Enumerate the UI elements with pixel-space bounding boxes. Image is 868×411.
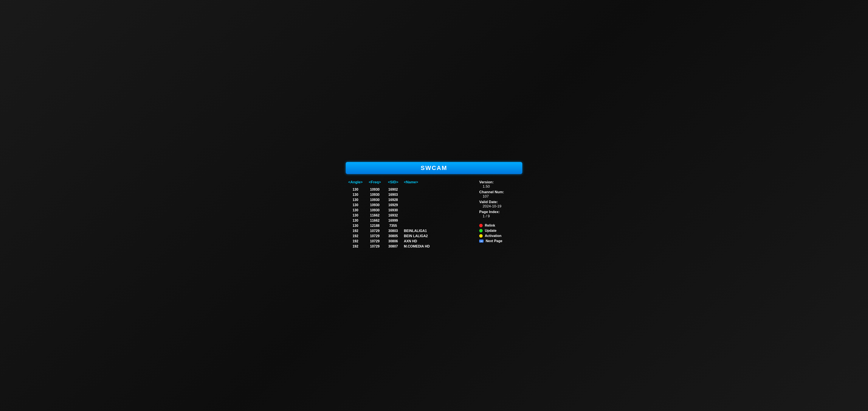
red-dot-icon: [479, 224, 483, 227]
version-label: Version:: [479, 180, 522, 184]
header-angle: <Angle>: [346, 180, 365, 184]
page-index-value: 1 / 9: [479, 214, 522, 218]
cell-freq: 10729: [365, 234, 384, 238]
table-row: 130 10930 16930: [346, 208, 471, 213]
relink-label: Relink: [485, 224, 495, 228]
cell-angle: 130: [346, 218, 365, 223]
cell-name: AXN HD: [402, 239, 471, 243]
legend-update: Update: [479, 229, 522, 233]
cell-angle: 192: [346, 234, 365, 238]
cell-sid: 30803: [384, 229, 402, 233]
cell-sid: 30807: [384, 244, 402, 248]
yellow-dot-icon: [479, 234, 483, 238]
cell-angle: 192: [346, 239, 365, 243]
cell-sid: 16902: [384, 187, 402, 192]
valid-date-value: 2024-10-19: [479, 204, 522, 208]
channel-table: <Angle> <Freq> <SID> <Name> 130 10930 16…: [346, 180, 471, 249]
header-name: <Name>: [402, 180, 471, 184]
header-sid: <SID>: [384, 180, 402, 184]
version-row: Version: 1.50: [479, 180, 522, 189]
table-row: 130 10930 16928: [346, 197, 471, 203]
cell-freq: 11662: [365, 213, 384, 217]
cell-freq: 10930: [365, 187, 384, 192]
cell-sid: 16932: [384, 213, 402, 217]
app-title: SWCAM: [421, 165, 447, 171]
cell-angle: 192: [346, 244, 365, 248]
table-row: 130 12188 7355: [346, 223, 471, 228]
cell-sid: 16930: [384, 208, 402, 212]
table-row: 192 10729 30803 BEINLALIGA1: [346, 228, 471, 234]
cell-name: BEIN LALIGA2: [402, 234, 471, 238]
cell-sid: 16903: [384, 193, 402, 197]
valid-date-row: Valid Date: 2024-10-19: [479, 200, 522, 208]
cell-name: [402, 224, 471, 228]
cell-angle: 130: [346, 208, 365, 212]
main-content: <Angle> <Freq> <SID> <Name> 130 10930 16…: [346, 180, 522, 249]
table-header: <Angle> <Freq> <SID> <Name>: [346, 180, 471, 185]
cell-sid: 30805: [384, 234, 402, 238]
cell-freq: 10729: [365, 229, 384, 233]
legend: Relink Update Activation Next Page: [479, 224, 522, 243]
screen: SWCAM <Angle> <Freq> <SID> <Name> 130 10…: [0, 0, 868, 411]
table-row: 130 10930 16903: [346, 192, 471, 197]
cell-name: M.COMEDIA HD: [402, 244, 471, 248]
header-freq: <Freq>: [365, 180, 384, 184]
table-row: 192 10729 30807 M.COMEDIA HD: [346, 244, 471, 249]
page-index-label: Page Index:: [479, 210, 522, 214]
update-label: Update: [485, 229, 496, 233]
cell-freq: 12188: [365, 224, 384, 228]
legend-relink: Relink: [479, 224, 522, 228]
channel-num-value: 107: [479, 194, 522, 199]
version-value: 1.50: [479, 184, 522, 189]
cell-angle: 130: [346, 198, 365, 202]
table-row: 130 11662 16932: [346, 213, 471, 218]
table-row: 130 11662 16999: [346, 218, 471, 223]
next-page-label: Next Page: [486, 239, 502, 243]
cell-name: [402, 198, 471, 202]
cell-angle: 192: [346, 229, 365, 233]
cell-name: [402, 213, 471, 217]
page-index-row: Page Index: 1 / 9: [479, 210, 522, 218]
table-body: 130 10930 16902 130 10930 16903 130 1093…: [346, 187, 471, 249]
legend-next-page[interactable]: Next Page: [479, 239, 522, 243]
cell-sid: 16928: [384, 198, 402, 202]
cell-name: BEINLALIGA1: [402, 229, 471, 233]
cell-freq: 10729: [365, 239, 384, 243]
cell-angle: 130: [346, 203, 365, 207]
cell-freq: 10930: [365, 203, 384, 207]
activation-label: Activation: [485, 234, 501, 238]
cell-angle: 130: [346, 224, 365, 228]
cell-angle: 130: [346, 187, 365, 192]
title-bar: SWCAM: [346, 162, 522, 174]
cell-freq: 10729: [365, 244, 384, 248]
table-row: 130 10930 16929: [346, 203, 471, 208]
channel-num-row: Channel Num: 107: [479, 190, 522, 199]
channel-num-label: Channel Num:: [479, 190, 522, 194]
cell-sid: 16999: [384, 218, 402, 223]
cell-name: [402, 193, 471, 197]
cell-freq: 11662: [365, 218, 384, 223]
cell-angle: 130: [346, 193, 365, 197]
green-dot-icon: [479, 229, 483, 232]
table-row: 192 10729 30806 AXN HD: [346, 239, 471, 244]
table-row: 192 10729 30805 BEIN LALIGA2: [346, 234, 471, 239]
table-row: 130 10930 16902: [346, 187, 471, 192]
cell-angle: 130: [346, 213, 365, 217]
cell-sid: 30806: [384, 239, 402, 243]
main-container: SWCAM <Angle> <Freq> <SID> <Name> 130 10…: [346, 162, 522, 249]
info-panel: Version: 1.50 Channel Num: 107 Valid Dat…: [479, 180, 522, 249]
cell-freq: 10930: [365, 208, 384, 212]
cell-freq: 10930: [365, 193, 384, 197]
cell-sid: 7355: [384, 224, 402, 228]
cell-name: [402, 208, 471, 212]
legend-activation: Activation: [479, 234, 522, 238]
cell-freq: 10930: [365, 198, 384, 202]
cell-name: [402, 187, 471, 192]
nav-arrows-icon: [479, 239, 484, 242]
cell-name: [402, 218, 471, 223]
cell-name: [402, 203, 471, 207]
cell-sid: 16929: [384, 203, 402, 207]
valid-date-label: Valid Date:: [479, 200, 522, 204]
